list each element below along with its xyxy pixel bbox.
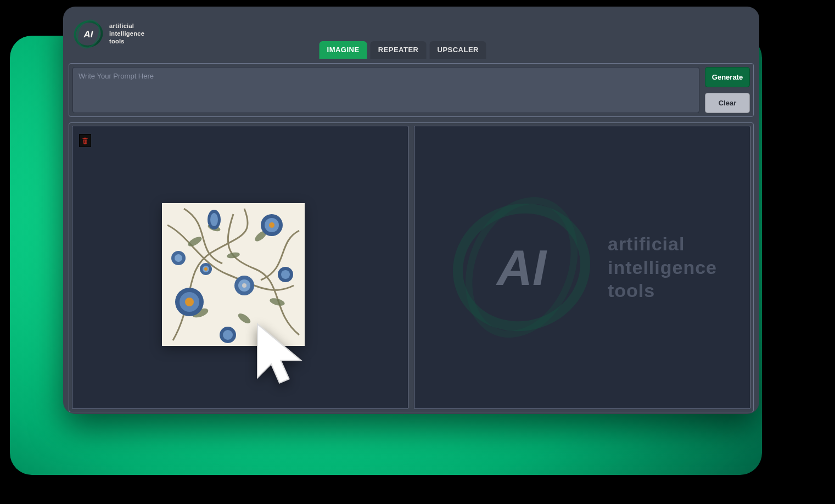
svg-point-30 xyxy=(204,267,208,271)
svg-point-19 xyxy=(242,283,246,288)
svg-point-27 xyxy=(223,330,233,340)
app-window: AI artificial intelligence tools IMAGINE… xyxy=(63,7,759,414)
clear-button[interactable]: Clear xyxy=(705,93,750,113)
workspace-panels: AI artificial intelligence tools xyxy=(69,122,754,412)
svg-point-21 xyxy=(210,213,218,226)
mode-tabs: IMAGINE REPEATER UPSCALER xyxy=(320,41,486,59)
result-panel: AI artificial intelligence tools xyxy=(414,126,750,409)
tab-repeater[interactable]: REPEATER xyxy=(371,41,427,59)
svg-point-13 xyxy=(185,298,194,306)
watermark-tagline-line: artificial xyxy=(608,232,717,256)
delete-image-button[interactable] xyxy=(79,134,91,147)
source-panel xyxy=(72,126,408,409)
brand-tagline-line: tools xyxy=(109,38,144,46)
panel-watermark: AI artificial intelligence tools xyxy=(414,126,750,408)
prompt-input[interactable] xyxy=(72,67,699,113)
brand-tagline-line: intelligence xyxy=(109,30,144,38)
svg-point-23 xyxy=(281,270,290,279)
watermark-mark: AI xyxy=(496,240,547,295)
prompt-buttons: Generate Clear xyxy=(705,67,750,113)
app-header: AI artificial intelligence tools IMAGINE… xyxy=(63,7,759,59)
svg-point-16 xyxy=(269,222,274,228)
watermark-swirl-icon: AI xyxy=(447,188,596,347)
generate-button[interactable]: Generate xyxy=(705,67,750,87)
watermark-tagline: artificial intelligence tools xyxy=(608,232,717,303)
generated-image-thumbnail[interactable] xyxy=(162,203,305,346)
trash-icon xyxy=(81,136,89,145)
watermark-tagline-line: intelligence xyxy=(608,256,717,279)
prompt-row: Generate Clear xyxy=(69,63,754,117)
brand-logo: AI artificial intelligence tools xyxy=(73,19,144,49)
brand-tagline: artificial intelligence tools xyxy=(109,23,144,45)
svg-point-25 xyxy=(175,254,182,262)
brand-swirl-icon: AI xyxy=(73,19,104,49)
brand-tagline-line: artificial xyxy=(109,23,144,30)
watermark-tagline-line: tools xyxy=(608,279,717,303)
tab-upscaler[interactable]: UPSCALER xyxy=(429,41,486,59)
svg-text:AI: AI xyxy=(83,29,93,40)
tab-imagine[interactable]: IMAGINE xyxy=(320,41,367,59)
